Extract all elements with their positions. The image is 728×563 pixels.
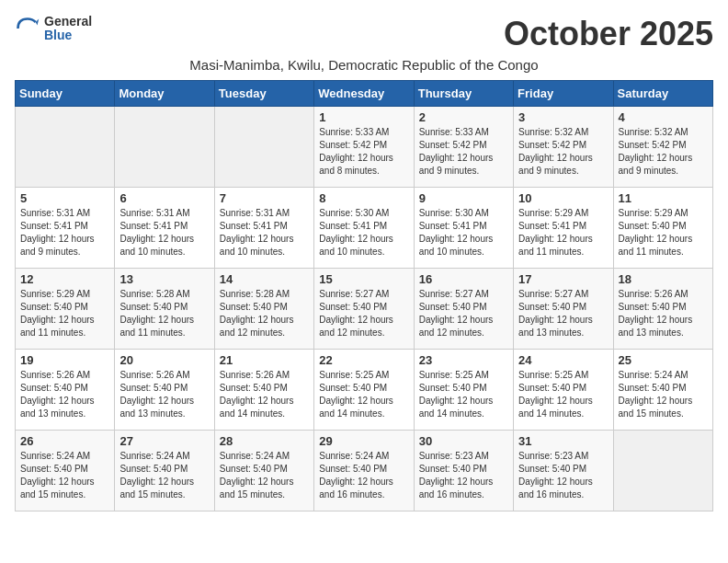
calendar-cell: 30Sunrise: 5:23 AM Sunset: 5:40 PM Dayli…: [414, 431, 513, 511]
day-number: 29: [319, 434, 408, 448]
day-number: 24: [518, 353, 608, 367]
day-info: Sunrise: 5:25 AM Sunset: 5:40 PM Dayligh…: [419, 369, 508, 420]
calendar-cell: 29Sunrise: 5:24 AM Sunset: 5:40 PM Dayli…: [314, 431, 414, 511]
day-number: 23: [419, 353, 508, 367]
day-info: Sunrise: 5:25 AM Sunset: 5:40 PM Dayligh…: [518, 369, 608, 420]
calendar-cell: 24Sunrise: 5:25 AM Sunset: 5:40 PM Dayli…: [514, 350, 613, 431]
day-info: Sunrise: 5:29 AM Sunset: 5:41 PM Dayligh…: [518, 207, 608, 259]
calendar-table: SundayMondayTuesdayWednesdayThursdayFrid…: [15, 80, 713, 511]
day-number: 3: [518, 110, 608, 124]
calendar-cell: [16, 107, 115, 188]
day-number: 6: [119, 191, 209, 205]
day-number: 15: [319, 272, 408, 286]
day-number: 27: [119, 434, 209, 448]
header-row: SundayMondayTuesdayWednesdayThursdayFrid…: [16, 81, 713, 107]
calendar-cell: [214, 107, 313, 188]
day-info: Sunrise: 5:29 AM Sunset: 5:40 PM Dayligh…: [20, 288, 109, 339]
logo-icon: [15, 16, 40, 41]
calendar-cell: 26Sunrise: 5:24 AM Sunset: 5:40 PM Dayli…: [16, 431, 115, 511]
day-number: 22: [319, 353, 408, 367]
calendar-week-row: 26Sunrise: 5:24 AM Sunset: 5:40 PM Dayli…: [16, 431, 713, 511]
header-day: Monday: [115, 81, 214, 107]
day-number: 10: [518, 191, 608, 205]
day-info: Sunrise: 5:26 AM Sunset: 5:40 PM Dayligh…: [619, 288, 708, 339]
day-info: Sunrise: 5:24 AM Sunset: 5:40 PM Dayligh…: [220, 450, 309, 501]
calendar-cell: 21Sunrise: 5:26 AM Sunset: 5:40 PM Dayli…: [214, 350, 313, 431]
day-number: 26: [20, 434, 109, 448]
logo-blue: Blue: [44, 29, 92, 42]
day-number: 8: [319, 191, 408, 205]
calendar-cell: 28Sunrise: 5:24 AM Sunset: 5:40 PM Dayli…: [214, 431, 313, 511]
day-info: Sunrise: 5:29 AM Sunset: 5:40 PM Dayligh…: [619, 207, 708, 259]
day-number: 2: [419, 110, 508, 124]
day-number: 11: [619, 191, 708, 205]
calendar-cell: 22Sunrise: 5:25 AM Sunset: 5:40 PM Dayli…: [314, 350, 414, 431]
day-info: Sunrise: 5:31 AM Sunset: 5:41 PM Dayligh…: [20, 207, 109, 259]
day-info: Sunrise: 5:30 AM Sunset: 5:41 PM Dayligh…: [419, 207, 508, 259]
header-day: Thursday: [414, 81, 513, 107]
logo-general: General: [44, 15, 92, 29]
calendar-cell: 3Sunrise: 5:32 AM Sunset: 5:42 PM Daylig…: [514, 107, 613, 188]
day-info: Sunrise: 5:32 AM Sunset: 5:42 PM Dayligh…: [518, 126, 608, 178]
day-number: 14: [220, 272, 309, 286]
day-number: 20: [119, 353, 209, 367]
day-info: Sunrise: 5:33 AM Sunset: 5:42 PM Dayligh…: [319, 126, 408, 178]
calendar-cell: 15Sunrise: 5:27 AM Sunset: 5:40 PM Dayli…: [314, 269, 414, 350]
logo: General Blue: [15, 15, 92, 43]
day-info: Sunrise: 5:23 AM Sunset: 5:40 PM Dayligh…: [419, 450, 508, 501]
day-info: Sunrise: 5:28 AM Sunset: 5:40 PM Dayligh…: [119, 288, 209, 339]
calendar-cell: [613, 431, 712, 511]
month-title: October 2025: [504, 15, 713, 53]
day-number: 7: [220, 191, 309, 205]
header-day: Sunday: [16, 81, 115, 107]
day-info: Sunrise: 5:23 AM Sunset: 5:40 PM Dayligh…: [518, 450, 608, 501]
day-info: Sunrise: 5:26 AM Sunset: 5:40 PM Dayligh…: [220, 369, 309, 420]
day-number: 4: [619, 110, 708, 124]
day-info: Sunrise: 5:24 AM Sunset: 5:40 PM Dayligh…: [20, 450, 109, 501]
day-number: 30: [419, 434, 508, 448]
day-number: 9: [419, 191, 508, 205]
calendar-cell: 5Sunrise: 5:31 AM Sunset: 5:41 PM Daylig…: [16, 188, 115, 269]
day-number: 25: [619, 353, 708, 367]
calendar-cell: 17Sunrise: 5:27 AM Sunset: 5:40 PM Dayli…: [514, 269, 613, 350]
day-info: Sunrise: 5:27 AM Sunset: 5:40 PM Dayligh…: [319, 288, 408, 339]
calendar-cell: 25Sunrise: 5:24 AM Sunset: 5:40 PM Dayli…: [613, 350, 712, 431]
day-info: Sunrise: 5:31 AM Sunset: 5:41 PM Dayligh…: [220, 207, 309, 259]
header-day: Wednesday: [314, 81, 414, 107]
calendar-week-row: 5Sunrise: 5:31 AM Sunset: 5:41 PM Daylig…: [16, 188, 713, 269]
day-info: Sunrise: 5:28 AM Sunset: 5:40 PM Dayligh…: [220, 288, 309, 339]
logo-text: General Blue: [44, 15, 92, 43]
day-number: 16: [419, 272, 508, 286]
day-number: 28: [220, 434, 309, 448]
day-info: Sunrise: 5:32 AM Sunset: 5:42 PM Dayligh…: [619, 126, 708, 178]
calendar-week-row: 1Sunrise: 5:33 AM Sunset: 5:42 PM Daylig…: [16, 107, 713, 188]
calendar-cell: 31Sunrise: 5:23 AM Sunset: 5:40 PM Dayli…: [514, 431, 613, 511]
calendar-cell: 19Sunrise: 5:26 AM Sunset: 5:40 PM Dayli…: [16, 350, 115, 431]
header-day: Saturday: [613, 81, 712, 107]
day-number: 21: [220, 353, 309, 367]
day-info: Sunrise: 5:24 AM Sunset: 5:40 PM Dayligh…: [119, 450, 209, 501]
day-info: Sunrise: 5:26 AM Sunset: 5:40 PM Dayligh…: [20, 369, 109, 420]
day-info: Sunrise: 5:24 AM Sunset: 5:40 PM Dayligh…: [619, 369, 708, 420]
day-info: Sunrise: 5:33 AM Sunset: 5:42 PM Dayligh…: [419, 126, 508, 178]
calendar-cell: 12Sunrise: 5:29 AM Sunset: 5:40 PM Dayli…: [16, 269, 115, 350]
header: General Blue October 2025: [15, 15, 713, 53]
day-number: 12: [20, 272, 109, 286]
calendar-cell: 16Sunrise: 5:27 AM Sunset: 5:40 PM Dayli…: [414, 269, 513, 350]
calendar-cell: 1Sunrise: 5:33 AM Sunset: 5:42 PM Daylig…: [314, 107, 414, 188]
day-number: 31: [518, 434, 608, 448]
calendar-cell: 18Sunrise: 5:26 AM Sunset: 5:40 PM Dayli…: [613, 269, 712, 350]
calendar-cell: 14Sunrise: 5:28 AM Sunset: 5:40 PM Dayli…: [214, 269, 313, 350]
day-info: Sunrise: 5:30 AM Sunset: 5:41 PM Dayligh…: [319, 207, 408, 259]
calendar-cell: 8Sunrise: 5:30 AM Sunset: 5:41 PM Daylig…: [314, 188, 414, 269]
calendar-cell: 9Sunrise: 5:30 AM Sunset: 5:41 PM Daylig…: [414, 188, 513, 269]
header-day: Friday: [514, 81, 613, 107]
calendar-cell: 23Sunrise: 5:25 AM Sunset: 5:40 PM Dayli…: [414, 350, 513, 431]
calendar-cell: 27Sunrise: 5:24 AM Sunset: 5:40 PM Dayli…: [115, 431, 214, 511]
day-info: Sunrise: 5:27 AM Sunset: 5:40 PM Dayligh…: [419, 288, 508, 339]
calendar-cell: 11Sunrise: 5:29 AM Sunset: 5:40 PM Dayli…: [613, 188, 712, 269]
day-number: 13: [119, 272, 209, 286]
day-info: Sunrise: 5:26 AM Sunset: 5:40 PM Dayligh…: [119, 369, 209, 420]
day-number: 1: [319, 110, 408, 124]
day-info: Sunrise: 5:24 AM Sunset: 5:40 PM Dayligh…: [319, 450, 408, 501]
